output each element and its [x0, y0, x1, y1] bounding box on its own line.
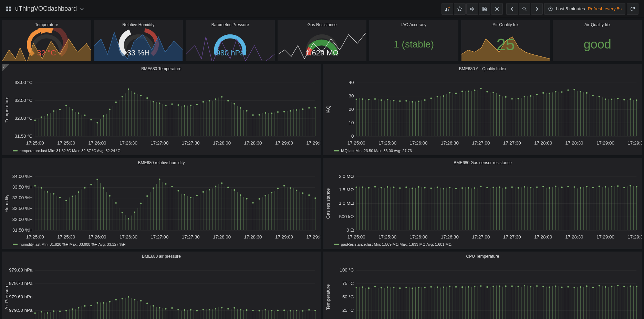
- svg-point-397: [617, 285, 619, 286]
- svg-point-172: [146, 195, 148, 196]
- svg-point-60: [296, 109, 297, 110]
- panel-iaq-accuracy[interactable]: IAQ Accuracy 1 (stable): [369, 20, 458, 61]
- zoom-out-button[interactable]: [519, 3, 530, 15]
- svg-point-40: [171, 103, 173, 105]
- panel-title: Air-Quality Idx: [553, 20, 642, 28]
- svg-text:50 °C: 50 °C: [342, 294, 354, 299]
- svg-text:75 °C: 75 °C: [342, 281, 354, 286]
- time-forward-button[interactable]: [531, 3, 543, 15]
- svg-text:17:26:00: 17:26:00: [410, 140, 428, 146]
- svg-point-31: [115, 102, 117, 103]
- svg-point-261: [605, 186, 606, 187]
- svg-point-260: [599, 185, 600, 187]
- panel-temperature-gauge[interactable]: Temperature 32 °C: [2, 20, 91, 61]
- panel-gas-gauge[interactable]: Gas Resistance 1.629 MΩ: [278, 20, 367, 61]
- svg-text:17:25:30: 17:25:30: [378, 140, 396, 146]
- add-panel-button[interactable]: [442, 3, 453, 15]
- svg-text:Temperature: Temperature: [4, 97, 9, 123]
- svg-point-376: [486, 286, 488, 288]
- star-button[interactable]: [454, 3, 466, 15]
- time-range-label: Last 5 minutes: [556, 6, 585, 11]
- panel-cpu-temperature-chart[interactable]: CPU Temperature0 °C25 °C50 °C75 °C100 °C…: [323, 252, 642, 319]
- svg-point-109: [505, 96, 507, 97]
- svg-point-108: [499, 95, 500, 96]
- svg-point-300: [109, 301, 111, 302]
- svg-point-38: [159, 103, 160, 104]
- svg-text:32.00 %H: 32.00 %H: [12, 216, 33, 222]
- clock-icon: [548, 6, 553, 11]
- svg-point-173: [153, 187, 154, 189]
- panel-air-quality-chart[interactable]: BME680 Air-Quality Index01020304017:25:0…: [323, 64, 642, 155]
- svg-point-265: [630, 185, 631, 186]
- panel-air-quality-idx[interactable]: Air-Quality Idx 25: [461, 20, 550, 61]
- svg-point-21: [53, 110, 54, 111]
- panel-pressure-gauge[interactable]: Barometric Pressure 980 hPa: [186, 20, 275, 61]
- svg-point-175: [165, 183, 166, 184]
- svg-point-247: [518, 187, 519, 188]
- svg-point-259: [592, 187, 594, 188]
- svg-point-103: [468, 91, 469, 92]
- chart-legend: humidity.last Min: 31.820 %H Max: 33.900…: [2, 241, 320, 248]
- panel-air-quality-label[interactable]: Air-Quality Idx good: [553, 20, 642, 61]
- svg-point-100: [449, 92, 450, 93]
- svg-text:17:26:30: 17:26:30: [120, 234, 137, 240]
- svg-point-182: [209, 189, 210, 190]
- svg-point-57: [277, 111, 279, 113]
- chart-plot: 01020304017:25:0017:25:3017:26:0017:26:3…: [324, 72, 642, 147]
- panel-gas-resistance-chart[interactable]: BME680 Gas sensor resistance0 Ω500 kΩ1.0…: [323, 158, 642, 249]
- dashboard-title-dropdown[interactable]: uThingVOCdashboard: [6, 5, 84, 12]
- svg-point-96: [424, 99, 425, 101]
- time-range-picker[interactable]: Last 5 minutes Refresh every 5s: [544, 3, 625, 15]
- svg-point-383: [530, 286, 531, 287]
- save-button[interactable]: [479, 3, 490, 15]
- svg-text:17:28:30: 17:28:30: [565, 140, 583, 146]
- refresh-button[interactable]: [627, 3, 638, 15]
- svg-text:17:28:00: 17:28:00: [213, 140, 231, 146]
- panel-humidity-gauge[interactable]: Relative Humidity 33 %H: [94, 20, 183, 61]
- svg-point-363: [405, 287, 407, 288]
- svg-point-241: [480, 185, 481, 187]
- svg-point-159: [65, 200, 67, 201]
- svg-point-86: [362, 98, 363, 100]
- svg-point-302: [122, 298, 123, 299]
- panel-humidity-chart[interactable]: BME680 relative humidity31.50 %H32.00 %H…: [2, 158, 321, 249]
- svg-point-45: [202, 101, 204, 103]
- chart-title: CPU Temperature: [324, 252, 642, 259]
- svg-point-116: [549, 93, 550, 94]
- svg-point-242: [486, 187, 488, 188]
- svg-point-7: [496, 8, 498, 10]
- svg-point-258: [586, 186, 588, 187]
- svg-text:17:28:30: 17:28:30: [244, 234, 262, 240]
- top-navbar: uThingVOCdashboard Last 5 minutes Refres…: [0, 0, 644, 18]
- svg-point-312: [184, 309, 185, 311]
- legend-swatch: [13, 150, 18, 151]
- svg-point-123: [592, 95, 594, 96]
- panel-pressure-chart[interactable]: BME680 air pressure979.40 hPa979.50 hPa9…: [2, 252, 321, 319]
- svg-point-292: [59, 310, 61, 312]
- svg-point-318: [221, 307, 222, 308]
- svg-point-233: [430, 187, 432, 189]
- share-button[interactable]: [466, 3, 478, 15]
- time-back-button[interactable]: [506, 3, 518, 15]
- svg-text:33.00 %H: 33.00 %H: [12, 195, 33, 200]
- settings-button[interactable]: [491, 3, 503, 15]
- svg-text:17:29:30: 17:29:30: [627, 234, 642, 240]
- svg-point-381: [518, 286, 519, 287]
- svg-point-63: [314, 107, 316, 108]
- svg-text:17:28:00: 17:28:00: [213, 234, 231, 240]
- svg-point-245: [505, 187, 507, 189]
- panel-temperature-chart[interactable]: BME680 Temperature31.50 °C32.00 °C32.50 …: [2, 64, 321, 155]
- svg-point-361: [393, 287, 394, 288]
- svg-point-289: [41, 311, 42, 312]
- svg-point-30: [109, 108, 111, 110]
- svg-point-388: [561, 287, 562, 288]
- svg-text:17:26:30: 17:26:30: [120, 140, 137, 146]
- info-icon[interactable]: [2, 64, 9, 71]
- svg-text:17:29:00: 17:29:00: [275, 140, 293, 146]
- svg-point-177: [177, 190, 179, 191]
- svg-text:31.50 °C: 31.50 °C: [14, 134, 32, 139]
- svg-point-222: [362, 186, 363, 188]
- svg-point-246: [511, 186, 513, 188]
- svg-point-128: [623, 99, 625, 100]
- svg-text:17:26:00: 17:26:00: [89, 140, 106, 146]
